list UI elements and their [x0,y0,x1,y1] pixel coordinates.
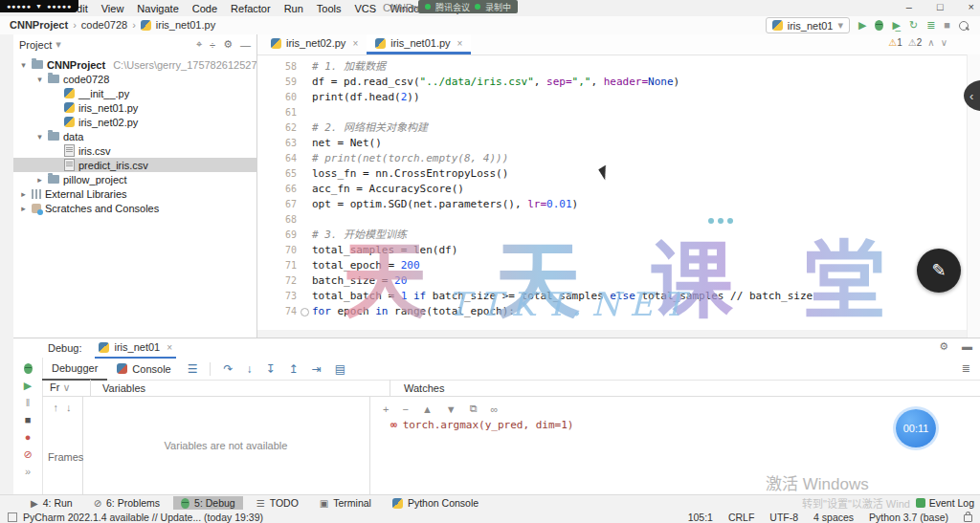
tree-expand-icon[interactable]: ▾ [35,75,44,84]
variables-column-header[interactable]: Variables [90,380,390,396]
code-line[interactable]: 64# print(net(torch.empty(8, 4))) [256,151,968,166]
tree-item[interactable]: ▸External Libraries [13,186,256,201]
tree-item[interactable]: ▸Scratches and Consoles [13,201,256,215]
watch-entry[interactable]: ∞ torch.argmax(y_pred, dim=1) [369,419,980,431]
tree-item[interactable]: iris_net01.py [13,100,256,115]
indent-setting[interactable]: 4 spaces [813,512,854,523]
tool-window-button-problems[interactable]: ⊘6: Problems [86,496,167,510]
menu-vcs[interactable]: VCS [348,3,384,14]
remove-watch-button[interactable]: − [402,403,408,415]
screen-recorder-widget[interactable]: ●●●●●▼●●●●● [0,0,78,12]
tree-item[interactable]: iris.csv [13,143,256,158]
frames-column-header[interactable]: Fr ∨ [42,381,90,394]
code-line[interactable]: 62# 2. 网络相关对象构建 [256,120,968,136]
tree-item[interactable]: predict_iris.csv [13,158,256,172]
gear-icon[interactable]: ⚙ [223,38,233,51]
tab-console[interactable]: Console [107,359,180,380]
mute-breakpoints-button[interactable]: ⊘ [23,449,32,460]
debug-button[interactable] [875,20,883,31]
code-line[interactable]: 69# 3. 开始模型训练 [256,228,968,243]
tool-window-button-todo[interactable]: ☰TODO [249,496,306,510]
project-panel-title[interactable]: Project [19,39,52,51]
tree-item[interactable]: ▾data [13,129,256,143]
profiler-button[interactable]: ↻ [909,20,918,31]
run-to-cursor-button[interactable]: ⇥ [305,362,328,376]
python-interpreter[interactable]: Python 3.7 (base) [869,512,948,523]
tree-expand-icon[interactable]: ▾ [35,132,44,142]
code-line[interactable]: 61 [256,105,968,120]
menu-refactor[interactable]: Refactor [224,3,278,14]
code-line[interactable]: 65loss_fn = nn.CrossEntropyLoss() [256,166,968,182]
tree-item[interactable]: iris_net02.py [13,115,256,129]
code-line[interactable]: 59df = pd.read_csv("../data/iris.csv", s… [256,75,968,90]
file-encoding[interactable]: UTF-8 [769,512,798,523]
menu-navigate[interactable]: Navigate [130,3,185,14]
tool-window-button-terminal[interactable]: ▣Terminal [312,496,379,510]
run-configuration-select[interactable]: iris_net01 ▾ [766,17,850,33]
add-watch-button[interactable]: + [383,403,389,415]
line-ending[interactable]: CRLF [728,512,754,523]
gear-icon[interactable]: ⚙ [939,340,948,353]
pause-button[interactable]: ‖ [26,398,31,408]
hide-panel-icon[interactable]: ▬ [962,340,972,353]
debug-session-tab[interactable]: iris_net01 × [95,338,176,359]
recording-timer-badge[interactable]: 00:11 [896,409,936,447]
code-line[interactable]: 67opt = optim.SGD(net.parameters(), lr=0… [256,197,968,212]
annotation-pencil-button[interactable]: ✎ [917,249,961,293]
frame-up-icon[interactable]: ↑ [54,402,59,413]
tree-expand-icon[interactable]: ▾ [19,60,28,70]
coverage-button[interactable]: ▶̲ [892,20,900,31]
menu-view[interactable]: View [95,3,131,14]
code-line[interactable]: 63net = Net() [256,136,968,151]
breadcrumb-item[interactable]: iris_net01.py [156,19,215,31]
step-over-button[interactable]: ↷ [216,362,239,376]
search-everywhere-icon[interactable] [959,21,969,31]
menu-code[interactable]: Code [186,3,224,14]
next-error-icon[interactable]: ∨ [941,37,947,48]
code-line[interactable]: 68 [256,212,968,228]
tree-expand-icon[interactable]: ▸ [19,189,28,199]
prev-error-icon[interactable]: ∧ [927,37,934,48]
code-line[interactable]: 72batch_size = 20 [256,273,968,289]
inspection-widget[interactable]: ⚠1 ⚠2 ∧ ∨ [888,37,947,48]
toolbar-more-icon[interactable]: ≣ [962,362,970,375]
stop-button[interactable]: ■ [944,20,950,31]
editor-tab-iris_net01-py[interactable]: iris_net01.py× [367,34,471,54]
copy-icon[interactable]: ⧉ [470,403,478,415]
hide-panel-icon[interactable]: — [240,39,251,51]
more-icon[interactable]: » [25,467,31,477]
step-into-button[interactable]: ↓ [240,362,259,376]
editor-tab-iris_net02-py[interactable]: iris_net02.py× [262,34,367,54]
tree-expand-icon[interactable]: ▸ [19,204,28,213]
maximize-button[interactable]: □ [937,1,944,12]
layout-settings-icon[interactable]: ☰ [181,362,205,376]
menu-tools[interactable]: Tools [310,3,348,14]
close-icon[interactable]: × [457,38,463,49]
concurrency-button[interactable]: ≣ [926,20,935,31]
resume-button[interactable]: ▶ [24,381,32,391]
code-line[interactable]: 74for epoch in range(total_epoch): [256,304,968,319]
meeting-recording-badge[interactable]: 腾讯会议 录制中 [418,0,518,13]
move-up-icon[interactable]: ▲ [422,403,433,415]
tree-item[interactable]: ▾CNNProjectC:\Users\gerry_17578261252713… [13,57,256,72]
tree-item[interactable]: __init__.py [13,86,256,100]
breadcrumb-item[interactable]: code0728 [81,19,127,31]
close-button[interactable]: × [969,1,974,12]
evaluate-expression-button[interactable]: ▤ [328,362,352,376]
code-line[interactable]: 73total_batch = 1 if batch_size >= total… [256,289,968,304]
editor-horizontal-scrollbar[interactable] [256,330,967,338]
rerun-debug-button[interactable] [24,363,33,374]
close-icon[interactable]: × [352,38,358,49]
code-line[interactable]: 58# 1. 加载数据 [256,59,968,75]
force-step-into-button[interactable]: ↧ [259,362,282,376]
code-line[interactable]: 60print(df.head(2)) [256,90,968,105]
tool-window-button-run[interactable]: ▶4: Run [23,496,80,510]
show-watches-icon[interactable]: ∞ [491,403,499,415]
run-button[interactable]: ▶ [858,20,866,31]
status-message[interactable]: PyCharm 2022.1.4 available // Update... … [8,512,263,523]
tree-item[interactable]: ▾code0728 [13,72,256,86]
tool-window-button-python[interactable]: Python Console [385,496,486,510]
minimize-button[interactable]: – [906,1,912,12]
tree-expand-icon[interactable]: ▸ [35,175,44,185]
caret-position[interactable]: 105:1 [688,512,713,523]
